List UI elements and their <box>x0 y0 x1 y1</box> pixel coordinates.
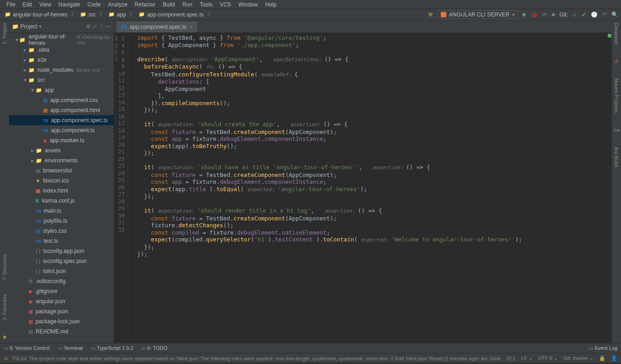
ant-icon: 🐜 <box>613 127 620 133</box>
tree-item[interactable]: ▾📁app <box>9 85 114 95</box>
tree-item[interactable]: ▤styles.css <box>9 226 114 236</box>
status-theme[interactable]: Arc Dark <box>481 356 501 361</box>
tree-item[interactable]: { }tsconfig.spec.json <box>9 256 114 266</box>
tree-item[interactable]: ◉angular.json <box>9 296 114 306</box>
vcs-label: Git: <box>559 11 568 18</box>
angular-icon <box>441 12 446 17</box>
menu-tools[interactable]: Tools <box>196 1 216 8</box>
hector-icon[interactable]: 👤 <box>611 355 617 361</box>
vcs-update-icon[interactable]: ↙ <box>573 11 577 18</box>
tree-item[interactable]: ◉app.module.ts <box>9 135 114 145</box>
menu-refactor[interactable]: Refactor <box>131 1 159 8</box>
breadcrumbs: 📁angular-tour-of-heroes〉📁src〉📁app〉📁app.c… <box>3 11 213 18</box>
menu-window[interactable]: Window <box>235 1 262 8</box>
close-icon[interactable]: × <box>189 24 193 30</box>
tree-item[interactable]: TSapp.component.spec.ts <box>9 115 114 125</box>
star-icon: ★ <box>2 334 7 340</box>
tree-item[interactable]: ◆.gitignore <box>9 286 114 296</box>
project-header: 📁 Project ▾ ⚙ ⤢ ⋮ — <box>9 20 114 33</box>
breadcrumb-item[interactable]: 📁angular-tour-of-heroes <box>3 11 69 18</box>
tool-maven[interactable]: Maven Projects <box>614 78 619 113</box>
tree-item[interactable]: ▦package.json <box>9 306 114 316</box>
vcs-commit-icon[interactable]: ✔ <box>582 11 586 18</box>
tree-item[interactable]: ▤app.component.css <box>9 95 114 105</box>
tree-item[interactable]: ★favicon.ico <box>9 176 114 186</box>
editor-area: TS app.component.spec.ts × 1 2 3 4 5 6 7… <box>114 20 612 343</box>
vcs-revert-icon[interactable]: ↶ <box>602 11 607 18</box>
tool-ant[interactable]: Ant Build <box>614 147 619 167</box>
tree-item[interactable]: ▦app.component.html <box>9 105 114 115</box>
menu-build[interactable]: Build <box>159 1 179 8</box>
breadcrumb-separator: 〉 <box>129 11 135 18</box>
code-content[interactable]: import { TestBed, async } from '@angular… <box>135 33 606 343</box>
status-git-branch[interactable]: Git: master <box>563 355 588 361</box>
ts-icon: TS <box>121 25 127 30</box>
project-tree[interactable]: ▾📁angular-tour-of-heroesK:\Dev\angular-t… <box>9 33 114 343</box>
menu-navigate[interactable]: Navigate <box>55 1 84 8</box>
chevron-down-icon[interactable]: ▾ <box>39 23 42 30</box>
run-icon[interactable] <box>523 12 526 17</box>
build-icon[interactable]: ⚒ <box>428 11 433 18</box>
debug-icon[interactable]: 🐞 <box>531 11 538 18</box>
tree-item[interactable]: TSmain.ts <box>9 206 114 216</box>
status-bar: ⚠ TSLint: The project code style and edi… <box>0 353 621 363</box>
tool-project[interactable]: 1: Project <box>2 23 7 44</box>
tree-item[interactable]: TSpolyfills.ts <box>9 216 114 226</box>
menu-code[interactable]: Code <box>84 1 104 8</box>
menu-vcs[interactable]: VCS <box>216 1 235 8</box>
bottom-tab[interactable]: ▭ 6: TODO <box>141 345 167 351</box>
breadcrumb-separator: 〉 <box>99 11 105 18</box>
menu-file[interactable]: File <box>3 1 19 8</box>
tree-item[interactable]: ▸📁.idea <box>9 45 114 55</box>
tree-item[interactable]: ▸📁e2e <box>9 55 114 65</box>
tree-item[interactable]: { }tslint.json <box>9 266 114 276</box>
menu-run[interactable]: Run <box>179 1 196 8</box>
status-line-ending[interactable]: LF <box>521 355 527 361</box>
tree-item[interactable]: ▾📁src <box>9 75 114 85</box>
menu-analyze[interactable]: Analyze <box>104 1 131 8</box>
main-body: 1: Project 7: Structure 2: Favorites ★ 📁… <box>0 20 621 343</box>
bottom-tab[interactable]: ▭ Terminal <box>58 345 83 351</box>
coverage-icon[interactable]: ⟳ <box>542 11 547 18</box>
project-header-tools[interactable]: ⚙ ⤢ ⋮ — <box>86 23 111 30</box>
breadcrumb-item[interactable]: 📁app <box>107 11 128 18</box>
run-config-selector[interactable]: ANGULAR CLI SERVER ▾ <box>438 10 519 19</box>
tree-item[interactable]: ⚙.editorconfig <box>9 276 114 286</box>
project-header-title: Project <box>20 23 37 30</box>
stop-icon[interactable]: ■ <box>551 11 555 18</box>
tree-item[interactable]: ▸📁node_moduleslibrary root <box>9 65 114 75</box>
status-encoding[interactable]: UTF-8 <box>538 355 552 361</box>
event-log-tab[interactable]: ▭ Event Log <box>589 345 617 351</box>
menu-help[interactable]: Help <box>262 1 280 8</box>
navigation-bar: 📁angular-tour-of-heroes〉📁src〉📁app〉📁app.c… <box>0 9 621 20</box>
breadcrumb-item[interactable]: 📁app.component.spec.ts <box>137 11 205 18</box>
tree-item[interactable]: ▦index.html <box>9 186 114 196</box>
tool-database[interactable]: Database <box>614 23 619 44</box>
run-config-label: ANGULAR CLI SERVER <box>449 11 510 18</box>
error-stripe[interactable] <box>606 33 612 343</box>
tree-item[interactable]: Kkarma.conf.js <box>9 196 114 206</box>
tree-item[interactable]: ▦package-lock.json <box>9 316 114 327</box>
tree-item[interactable]: ▾📁angular-tour-of-heroesK:\Dev\angular-t… <box>9 35 114 45</box>
menu-edit[interactable]: Edit <box>19 1 36 8</box>
code-editor[interactable]: 1 2 3 4 5 6 7 8 9 10 11 12 13 14 15 16 1… <box>114 33 612 343</box>
tree-item[interactable]: ▸📁environments <box>9 155 114 166</box>
status-caret-pos[interactable]: 32:1 <box>506 356 516 361</box>
tree-item[interactable]: ▤README.md <box>9 327 114 337</box>
tree-item[interactable]: TSapp.component.ts <box>9 125 114 135</box>
tree-item[interactable]: TStest.ts <box>9 236 114 246</box>
breadcrumb-item[interactable]: 📁src <box>78 11 97 18</box>
bottom-tab[interactable]: ▭ TypeScript 2.9.2 <box>91 345 133 351</box>
toolbar-right: ⚒ ANGULAR CLI SERVER ▾ 🐞 ⟳ ■ Git: ↙ ✔ 🕘 … <box>428 10 618 19</box>
tree-item[interactable]: ▸📁assets <box>9 145 114 155</box>
tree-item[interactable]: { }tsconfig.app.json <box>9 246 114 256</box>
tool-structure[interactable]: 7: Structure <box>2 254 7 280</box>
tool-favorites[interactable]: 2: Favorites <box>2 294 7 320</box>
bottom-tab[interactable]: ▭ 9: Version Control <box>4 345 50 351</box>
tree-item[interactable]: ▤browserslist <box>9 166 114 176</box>
search-icon[interactable]: 🔍 <box>611 11 618 18</box>
menu-view[interactable]: View <box>36 1 55 8</box>
vcs-history-icon[interactable]: 🕘 <box>591 11 598 18</box>
tab-app-component-spec[interactable]: TS app.component.spec.ts × <box>117 21 197 32</box>
lock-icon[interactable]: 🔒 <box>599 355 605 361</box>
